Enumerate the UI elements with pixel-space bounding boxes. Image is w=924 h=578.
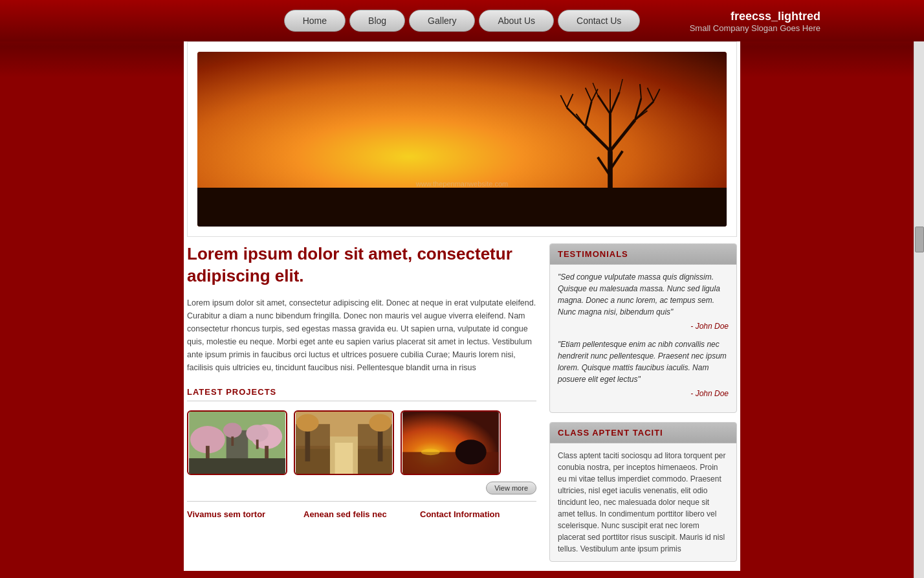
nav-about[interactable]: About Us [479,10,554,32]
testimonial-1-quote: "Sed congue vulputate massa quis digniss… [558,271,729,318]
footer-col-3: Contact Information [420,509,536,519]
nav-gallery[interactable]: Gallery [409,10,475,32]
svg-line-15 [560,95,567,107]
svg-point-33 [246,425,269,442]
svg-line-17 [586,88,592,102]
svg-line-4 [610,120,635,151]
cherry-blossom-image [188,412,286,474]
hero-tree-icon [545,52,675,201]
svg-rect-34 [256,439,259,449]
project-thumb-1[interactable] [187,410,287,475]
main-body-text: Lorem ipsum dolor sit amet, consectetur … [187,296,536,374]
nav-contact[interactable]: Contact Us [558,10,640,32]
project-thumb-2[interactable] [294,410,394,475]
testimonials-box: TESTIMONIALS "Sed congue vulputate massa… [549,243,737,413]
navigation: Home Blog Gallery About Us Contact Us [284,10,641,32]
view-more-area: View more [187,482,536,495]
testimonial-1-author: - John Doe [558,320,729,332]
svg-rect-32 [231,436,234,445]
svg-rect-28 [206,445,210,458]
content-row: Lorem ipsum dolor sit amet, consectetur … [184,243,740,571]
svg-point-44 [296,414,319,431]
testimonials-content: "Sed congue vulputate massa quis digniss… [550,265,736,412]
header: Home Blog Gallery About Us Contact Us fr… [0,0,924,41]
footer-col-3-title: Contact Information [420,509,536,519]
nav-home[interactable]: Home [284,10,346,32]
testimonials-title: TESTIMONIALS [550,244,736,265]
main-heading: Lorem ipsum dolor sit amet, consectetur … [187,243,536,287]
svg-rect-25 [189,458,285,474]
svg-line-3 [586,126,610,151]
svg-line-21 [640,84,641,98]
hero-section: www.thepenmanwebsite.com [187,41,737,237]
class-aptent-box: CLASS APTENT TACITI Class aptent taciti … [549,422,737,562]
footer-columns: Vivamus sem tortor Aenean sed felis nec … [187,501,536,519]
project-images [187,410,536,475]
svg-line-20 [654,89,660,102]
class-aptent-content: Class aptent taciti sociosqu ad litora t… [550,443,736,561]
nav-blog[interactable]: Blog [349,10,405,32]
page-wrapper: Home Blog Gallery About Us Contact Us fr… [0,0,924,578]
footer-col-1-title: Vivamus sem tortor [187,509,303,519]
footer-col-2-title: Aenean sed felis nec [303,509,420,519]
latest-projects-title: LATEST PROJECTS [187,387,536,401]
testimonial-2-quote: "Etiam pellentesque enim ac nibh convall… [558,339,729,385]
footer-col-2: Aenean sed felis nec [303,509,420,519]
svg-line-13 [610,92,619,114]
sunset-image [402,412,500,474]
svg-point-49 [456,439,487,464]
svg-line-23 [619,79,622,92]
view-more-button[interactable]: View more [486,482,536,495]
svg-rect-40 [296,424,330,474]
watermark: www.thepenmanwebsite.com [416,180,508,188]
svg-line-7 [586,102,592,126]
svg-rect-30 [265,445,269,458]
scrollbar[interactable] [914,0,924,578]
svg-line-18 [591,89,598,102]
ground-silhouette [197,188,727,227]
testimonial-2-author: - John Doe [558,388,729,399]
logo-area: freecss_lightred Small Company Slogan Go… [690,10,820,33]
svg-line-16 [567,94,573,107]
content-area: www.thepenmanwebsite.com Lorem ipsum dol… [184,41,740,571]
site-title: freecss_lightred [690,10,820,23]
svg-rect-41 [358,424,392,474]
main-content: Lorem ipsum dolor sit amet, consectetur … [187,243,549,571]
sidebar: TESTIMONIALS "Sed congue vulputate massa… [549,243,737,571]
svg-point-31 [223,423,242,438]
project-thumb-3[interactable] [401,410,501,475]
site-slogan: Small Company Slogan Goes Here [690,23,820,33]
hero-image: www.thepenmanwebsite.com [197,52,727,227]
svg-rect-39 [335,443,353,474]
svg-line-8 [576,114,585,126]
svg-point-48 [421,449,440,455]
scrollbar-thumb[interactable] [915,227,924,252]
svg-line-19 [648,88,654,102]
svg-line-12 [598,95,610,114]
svg-point-45 [369,414,391,431]
class-aptent-title: CLASS APTENT TACITI [550,423,736,443]
autumn-path-image [295,412,393,474]
footer-col-1: Vivamus sem tortor [187,509,303,519]
